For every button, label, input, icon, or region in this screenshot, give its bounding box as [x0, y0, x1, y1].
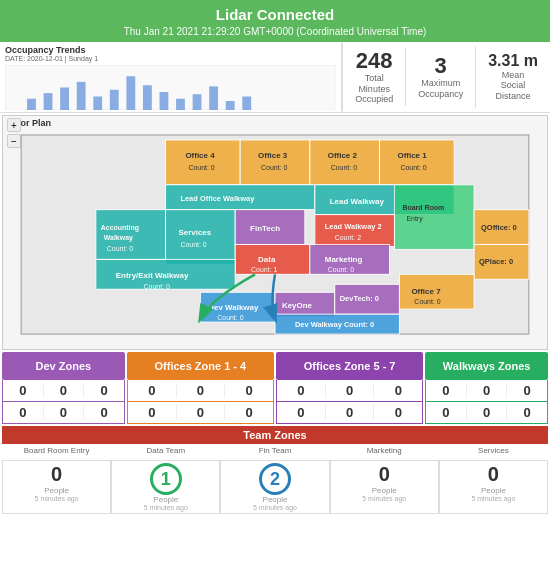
svg-text:Marketing: Marketing [325, 255, 363, 264]
walkways-data-row2: 0 0 0 [425, 402, 548, 424]
mean-number: 3.31 m [488, 52, 538, 70]
off14-val-6: 0 [225, 405, 273, 420]
team-labels-row: Board Room Entry Data Team Fin Team Mark… [2, 444, 548, 460]
walk-val-5: 0 [467, 405, 508, 420]
svg-text:Office 3: Office 3 [258, 151, 288, 160]
svg-rect-36 [166, 210, 236, 265]
off57-val-4: 0 [277, 405, 326, 420]
trends-chart [5, 65, 336, 110]
team-member-board: 0 People 5 minutes ago [2, 460, 111, 514]
offices14-header[interactable]: Offices Zone 1 - 4 [127, 352, 274, 380]
team-label-data: Data Team [111, 444, 220, 460]
svg-rect-0 [5, 65, 336, 110]
header-title: Lidar Connected [0, 4, 550, 25]
svg-rect-9 [160, 92, 169, 110]
team-count-board: 0 [3, 463, 110, 486]
dev-data-row2: 0 0 0 [2, 402, 125, 424]
dev-val-4: 0 [3, 405, 44, 420]
mean-label: MeanSocialDistance [488, 70, 538, 102]
dev-zones-header[interactable]: Dev Zones [2, 352, 125, 380]
team-people-fin: People [221, 495, 328, 504]
dev-val-6: 0 [84, 405, 124, 420]
svg-text:Count: 0: Count: 0 [331, 164, 357, 171]
max-label: MaximumOccupancy [418, 78, 463, 100]
team-zones-header: Team Zones [2, 426, 548, 444]
team-member-services: 0 People 5 minutes ago [439, 460, 548, 514]
svg-text:Dev Walkway: Dev Walkway [208, 303, 259, 312]
svg-text:Entry/Exit Walkway: Entry/Exit Walkway [116, 271, 189, 280]
team-label-fin: Fin Team [220, 444, 329, 460]
offices57-data-row1: 0 0 0 [276, 380, 423, 402]
walkways-header[interactable]: Walkways Zones [425, 352, 548, 380]
walk-val-1: 0 [426, 383, 467, 398]
zone-data-row1: 0 0 0 0 0 0 0 0 0 0 0 0 [2, 380, 548, 402]
team-member-data: 1 People 5 minutes ago [111, 460, 220, 514]
svg-rect-8 [143, 85, 152, 110]
offices57-label: Offices Zone 5 - 7 [304, 360, 396, 372]
svg-text:Dev Walkway Count: 0: Dev Walkway Count: 0 [295, 320, 374, 329]
svg-rect-10 [176, 99, 185, 110]
dev-val-1: 0 [3, 383, 44, 398]
team-data-row: 0 People 5 minutes ago 1 People 5 minute… [2, 460, 548, 514]
team-people-services: People [440, 486, 547, 495]
svg-rect-11 [193, 94, 202, 110]
stat-mean: 3.31 m MeanSocialDistance [475, 46, 550, 108]
svg-rect-25 [380, 140, 455, 185]
zone-headers-row: Dev Zones Offices Zone 1 - 4 Offices Zon… [2, 352, 548, 380]
team-count-fin: 2 [259, 463, 291, 495]
svg-rect-6 [110, 90, 119, 110]
offices14-data-row2: 0 0 0 [127, 402, 274, 424]
team-count-marketing: 0 [331, 463, 438, 486]
team-time-marketing: 5 minutes ago [331, 495, 438, 502]
svg-text:Board Room: Board Room [402, 204, 444, 211]
svg-rect-2 [44, 93, 53, 110]
svg-text:Count: 2: Count: 2 [335, 234, 361, 241]
svg-rect-1 [27, 99, 36, 110]
team-time-data: 5 minutes ago [112, 504, 219, 511]
header-subtitle: Thu Jan 21 2021 21:29:20 GMT+0000 (Coord… [0, 25, 550, 39]
offices57-header[interactable]: Offices Zone 5 - 7 [276, 352, 423, 380]
svg-text:Count: 0: Count: 0 [400, 164, 426, 171]
svg-text:KeyOne: KeyOne [282, 301, 313, 310]
off14-val-4: 0 [128, 405, 177, 420]
team-time-services: 5 minutes ago [440, 495, 547, 502]
team-member-fin: 2 People 5 minutes ago [220, 460, 329, 514]
off14-val-3: 0 [225, 383, 273, 398]
team-time-fin: 5 minutes ago [221, 504, 328, 511]
svg-rect-16 [166, 140, 241, 185]
team-label-board: Board Room Entry [2, 444, 111, 460]
team-label-marketing: Marketing [330, 444, 439, 460]
svg-text:Services: Services [178, 228, 211, 237]
team-people-board: People [3, 486, 110, 495]
svg-text:Count: 0: Count: 0 [328, 266, 354, 273]
stat-boxes: 248 TotalMinutesOccupied 3 MaximumOccupa… [342, 42, 550, 112]
svg-text:Lead Walkway 2: Lead Walkway 2 [325, 222, 382, 231]
team-count-data: 1 [150, 463, 182, 495]
offices14-data-row1: 0 0 0 [127, 380, 274, 402]
off57-val-2: 0 [326, 383, 375, 398]
svg-text:Count: 0: Count: 0 [217, 314, 243, 321]
svg-text:Office 4: Office 4 [185, 151, 215, 160]
team-people-data: People [112, 495, 219, 504]
svg-rect-5 [93, 97, 102, 111]
offices57-data-row2: 0 0 0 [276, 402, 423, 424]
svg-text:Accounting: Accounting [101, 224, 139, 232]
svg-rect-12 [209, 86, 218, 110]
floor-plan-svg: Office 4 Count: 0 Office 3 Count: 0 Offi… [3, 130, 547, 349]
team-member-marketing: 0 People 5 minutes ago [330, 460, 439, 514]
svg-rect-3 [60, 88, 69, 111]
max-number: 3 [418, 54, 463, 78]
stats-row: Occupancy Trends DATE: 2020-12-01 | Sund… [0, 42, 550, 113]
svg-rect-19 [240, 140, 310, 185]
svg-text:Walkway: Walkway [104, 234, 133, 242]
dev-val-5: 0 [44, 405, 85, 420]
svg-rect-4 [77, 82, 86, 110]
svg-text:Count: 0: Count: 0 [144, 283, 170, 290]
header: Lidar Connected Thu Jan 21 2021 21:29:20… [0, 0, 550, 42]
dev-data-row1: 0 0 0 [2, 380, 125, 402]
off57-val-5: 0 [326, 405, 375, 420]
zone-data-row2: 0 0 0 0 0 0 0 0 0 0 0 0 [2, 402, 548, 424]
total-number: 248 [355, 49, 393, 73]
dev-zones-label: Dev Zones [36, 360, 92, 372]
svg-text:QOffice: 0: QOffice: 0 [481, 223, 517, 232]
